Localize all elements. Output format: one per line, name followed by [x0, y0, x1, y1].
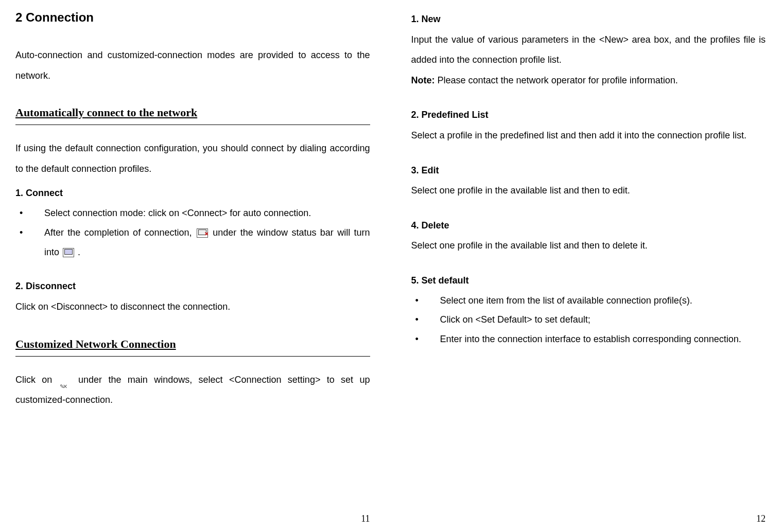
- custom-intro: Click on under the main windows, select …: [15, 370, 370, 411]
- note-line: Note: Please contact the network operato…: [411, 70, 766, 91]
- chapter-title: 2 Connection: [15, 5, 370, 30]
- intro-paragraph: Auto-connection and customized-connectio…: [15, 45, 370, 86]
- delete-text: Select one profile in the available list…: [411, 236, 766, 256]
- section-heading-custom-connection: Customized Network Connection: [15, 333, 370, 356]
- setdefault-subheading: 5. Set default: [411, 271, 766, 291]
- setdefault-list: Select one item from the list of availab…: [411, 291, 766, 349]
- list-item: Select connection mode: click on <Connec…: [15, 204, 370, 223]
- connected-icon: [63, 248, 74, 257]
- disconnect-text: Click on <Disconnect> to disconnect the …: [15, 297, 370, 317]
- edit-text: Select one profile in the available list…: [411, 181, 766, 201]
- tools-icon: [60, 376, 71, 385]
- predefined-text: Select a profile in the predefined list …: [411, 126, 766, 146]
- custom-intro-text: Click on: [15, 375, 59, 385]
- page-right: 1. New Input the value of various parame…: [391, 0, 782, 532]
- disconnect-subheading: 2. Disconnect: [15, 276, 370, 297]
- list-item: Select one item from the list of availab…: [411, 291, 766, 311]
- new-text: Input the value of various parameters in…: [411, 30, 766, 70]
- page-number: 12: [756, 509, 766, 528]
- list-item: Click on <Set Default> to set default;: [411, 310, 766, 330]
- new-subheading: 1. New: [411, 9, 766, 30]
- disconnected-icon: [197, 228, 208, 238]
- list-item-text: .: [78, 247, 80, 257]
- connect-list: Select connection mode: click on <Connec…: [15, 204, 370, 262]
- page-number: 11: [361, 509, 370, 528]
- predefined-subheading: 2. Predefined List: [411, 105, 766, 126]
- section-heading-auto-connect: Automatically connect to the network: [15, 101, 370, 124]
- list-item-text: After the completion of connection,: [44, 227, 196, 238]
- page-left: 2 Connection Auto-connection and customi…: [0, 0, 391, 532]
- auto-connect-intro: If using the default connection configur…: [15, 138, 370, 179]
- delete-subheading: 4. Delete: [411, 216, 766, 236]
- note-text: Please contact the network operator for …: [435, 75, 678, 85]
- edit-subheading: 3. Edit: [411, 161, 766, 181]
- list-item: After the completion of connection, unde…: [15, 223, 370, 262]
- note-label: Note:: [411, 75, 435, 85]
- list-item: Enter into the connection interface to e…: [411, 330, 766, 349]
- connect-subheading: 1. Connect: [15, 183, 370, 204]
